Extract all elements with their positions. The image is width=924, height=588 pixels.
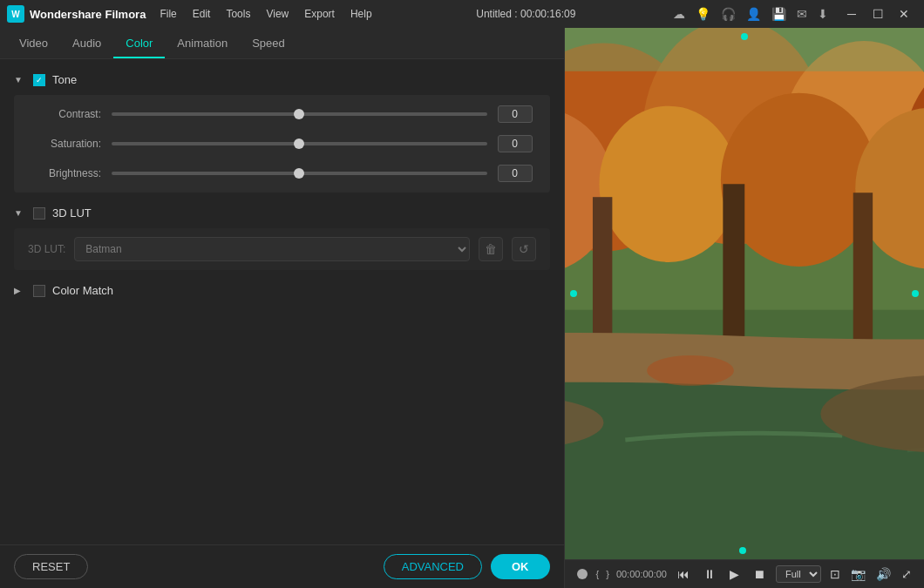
selection-handle-top[interactable]: [741, 33, 748, 40]
contrast-value[interactable]: [498, 105, 533, 123]
advanced-button[interactable]: ADVANCED: [384, 554, 482, 579]
playback-controls: { } 00:00:00:00 ⏮ ⏸ ▶ ⏹ Full 1/2 1/4 ⊡ 📷…: [565, 559, 925, 588]
selection-handle-right[interactable]: [912, 290, 919, 297]
brightness-slider[interactable]: [112, 172, 487, 175]
menu-help[interactable]: Help: [343, 6, 379, 22]
menu-view[interactable]: View: [259, 6, 296, 22]
reset-button[interactable]: RESET: [14, 554, 88, 579]
menu-file[interactable]: File: [153, 6, 183, 22]
fullscreen-icon[interactable]: ⊡: [828, 565, 842, 583]
color-match-section: ▶ Color Match: [14, 279, 550, 302]
tab-speed[interactable]: Speed: [240, 30, 297, 58]
minimize-button[interactable]: ─: [839, 0, 865, 28]
titlebar-left: W Wondershare Filmora File Edit Tools Vi…: [7, 5, 379, 23]
end-time-bracket: }: [606, 569, 609, 579]
menu-export[interactable]: Export: [297, 6, 342, 22]
color-panel: ▼ ✓ Tone Contrast: Saturation: [0, 59, 564, 544]
tone-section: ▼ ✓ Tone Contrast: Saturation: [14, 68, 550, 193]
color-match-checkbox[interactable]: [33, 285, 45, 297]
close-button[interactable]: ✕: [891, 0, 917, 28]
tone-sliders: Contrast: Saturation:: [14, 95, 550, 193]
color-match-title: Color Match: [52, 284, 113, 297]
tab-animation[interactable]: Animation: [165, 30, 240, 58]
lut-label: 3D LUT:: [28, 243, 65, 255]
bulb-icon[interactable]: 💡: [696, 7, 710, 21]
saturation-label: Saturation:: [31, 138, 101, 150]
start-time-bracket: {: [596, 569, 600, 579]
menu-tools[interactable]: Tools: [219, 6, 257, 22]
tone-chevron-icon: ▼: [14, 75, 26, 84]
maximize-button[interactable]: ☐: [865, 0, 891, 28]
saturation-thumb[interactable]: [294, 139, 304, 149]
lut-section-header[interactable]: ▼ 3D LUT: [14, 201, 550, 225]
stop-button[interactable]: ⏹: [750, 565, 769, 583]
logo-icon: W: [7, 5, 24, 23]
app-logo: W Wondershare Filmora: [7, 5, 146, 23]
tone-section-header[interactable]: ▼ ✓ Tone: [14, 68, 550, 91]
lut-checkbox[interactable]: [33, 207, 45, 220]
expand-icon[interactable]: ⤢: [900, 565, 914, 583]
left-panel: Video Audio Color Animation Speed ▼ ✓ To…: [0, 28, 565, 588]
tone-title: Tone: [52, 73, 77, 86]
svg-rect-18: [592, 197, 611, 353]
mail-icon[interactable]: ✉: [797, 7, 807, 21]
brightness-label: Brightness:: [31, 167, 101, 179]
preview-image: [565, 28, 925, 559]
current-time: 00:00:00:00: [616, 569, 667, 579]
saturation-value[interactable]: [498, 135, 533, 152]
quality-select[interactable]: Full 1/2 1/4: [776, 565, 821, 583]
lut-delete-button[interactable]: 🗑: [479, 237, 503, 261]
selection-handle-left[interactable]: [570, 290, 577, 297]
brightness-row: Brightness:: [31, 165, 533, 182]
preview-scene: [565, 28, 925, 559]
titlebar-right: ☁ 💡 🎧 👤 💾 ✉ ⬇ ─ ☐ ✕: [673, 0, 917, 28]
lut-title: 3D LUT: [52, 206, 92, 220]
tab-color[interactable]: Color: [113, 30, 165, 58]
lut-chevron-icon: ▼: [14, 208, 26, 218]
ok-button[interactable]: OK: [491, 554, 550, 579]
window-controls: ─ ☐ ✕: [839, 0, 917, 28]
tab-audio[interactable]: Audio: [60, 30, 113, 58]
contrast-label: Contrast:: [31, 108, 101, 120]
preview-area: [565, 28, 925, 559]
saturation-row: Saturation:: [31, 135, 533, 152]
download-icon[interactable]: ⬇: [818, 7, 828, 21]
play-forward-button[interactable]: ▶: [726, 565, 743, 583]
svg-rect-19: [723, 184, 744, 353]
save-icon[interactable]: 💾: [771, 7, 786, 21]
titlebar-menu: File Edit Tools View Export Help: [153, 6, 378, 22]
svg-rect-20: [853, 193, 872, 353]
saturation-slider[interactable]: [112, 142, 487, 145]
color-match-header[interactable]: ▶ Color Match: [14, 279, 550, 302]
tone-checkbox[interactable]: ✓: [33, 74, 45, 86]
right-panel: { } 00:00:00:00 ⏮ ⏸ ▶ ⏹ Full 1/2 1/4 ⊡ 📷…: [565, 28, 925, 588]
audio-icon[interactable]: 🔊: [874, 565, 893, 583]
lut-content: 3D LUT: Batman Cinematic Cool Warm Vinta…: [14, 228, 550, 270]
progress-thumb[interactable]: [577, 569, 588, 579]
selection-handle-bottom[interactable]: [739, 547, 746, 554]
lut-reset-button[interactable]: ↺: [512, 237, 536, 261]
titlebar: W Wondershare Filmora File Edit Tools Vi…: [0, 0, 924, 28]
main-area: Video Audio Color Animation Speed ▼ ✓ To…: [0, 28, 924, 588]
contrast-thumb[interactable]: [294, 109, 304, 119]
brightness-thumb[interactable]: [294, 168, 304, 179]
cloud-icon[interactable]: ☁: [673, 7, 685, 21]
svg-point-26: [647, 355, 734, 386]
menu-edit[interactable]: Edit: [186, 6, 218, 22]
lut-select[interactable]: Batman Cinematic Cool Warm Vintage: [74, 237, 469, 261]
brightness-value[interactable]: [498, 165, 533, 182]
footer-right: ADVANCED OK: [384, 554, 550, 579]
user-icon[interactable]: 👤: [746, 7, 761, 21]
color-match-chevron-icon: ▶: [14, 286, 26, 295]
play-button[interactable]: ⏸: [700, 565, 719, 583]
lut-section: ▼ 3D LUT 3D LUT: Batman Cinematic Cool W…: [14, 201, 550, 270]
tab-video[interactable]: Video: [7, 30, 60, 58]
headset-icon[interactable]: 🎧: [721, 7, 736, 21]
prev-frame-button[interactable]: ⏮: [674, 565, 693, 583]
panel-footer: RESET ADVANCED OK: [0, 544, 564, 588]
svg-point-12: [599, 106, 737, 262]
contrast-slider[interactable]: [112, 112, 487, 116]
snapshot-icon[interactable]: 📷: [849, 565, 867, 583]
contrast-row: Contrast:: [31, 105, 533, 123]
window-title: Untitled : 00:00:16:09: [476, 8, 575, 20]
